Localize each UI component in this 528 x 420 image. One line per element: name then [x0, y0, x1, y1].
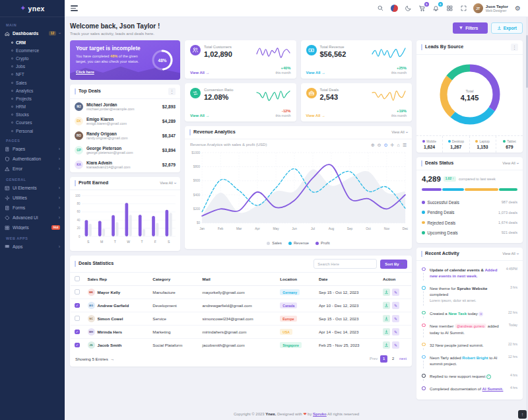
sidebar-item-utilities[interactable]: Utilities›: [0, 193, 65, 203]
sidebar-subitem-personal[interactable]: Personal: [0, 127, 65, 135]
target-card: Your target is incomplete You have compl…: [70, 40, 180, 80]
language-flag-icon[interactable]: [390, 4, 399, 13]
edit-action-icon[interactable]: ✎: [392, 289, 399, 296]
sidebar-item-pages[interactable]: Pages›: [0, 144, 65, 154]
cart-icon[interactable]: 5: [418, 4, 426, 13]
row-checkbox[interactable]: ✓: [75, 330, 80, 335]
revenue-analytics-view-all[interactable]: View All›: [391, 130, 407, 135]
page-footer: Copyright © 2023 Ynex. Designed with ❤ b…: [70, 406, 523, 420]
download-action-icon[interactable]: [383, 328, 390, 335]
svg-text:0: 0: [79, 234, 81, 238]
deals-status-view-all[interactable]: View All›: [502, 161, 518, 166]
gear-icon[interactable]: ⚙: [513, 4, 522, 13]
sidebar-subitem-projects[interactable]: Projects: [0, 94, 65, 102]
user-profile[interactable]: JTJson TaylorWeb Designer: [473, 3, 508, 13]
sidebar-subitem-jobs[interactable]: Jobs: [0, 63, 65, 71]
fullscreen-icon[interactable]: [459, 4, 468, 13]
menu-icon[interactable]: ☰: [403, 143, 407, 147]
row-checkbox[interactable]: [75, 316, 80, 321]
column-header-date[interactable]: Date: [315, 273, 379, 285]
sidebar-item-apps[interactable]: Apps›: [0, 242, 65, 252]
recent-activity-view-all[interactable]: View All›: [502, 252, 518, 256]
sidebar-subitem-nft[interactable]: NFT: [0, 71, 65, 79]
sidebar-item-widgets[interactable]: WidgetsHot: [0, 223, 65, 232]
edit-action-icon[interactable]: ✎: [392, 302, 399, 309]
stat-view-all-link[interactable]: View All →: [306, 71, 325, 75]
svg-text:40: 40: [77, 218, 81, 221]
sidebar-item-forms[interactable]: Forms›: [0, 203, 65, 213]
activity-time: 22 hrs: [508, 310, 517, 316]
search-input[interactable]: [314, 259, 377, 269]
sidebar-subitem-crypto[interactable]: Crypto: [0, 54, 65, 62]
edit-action-icon[interactable]: ✎: [392, 341, 399, 349]
chevron-down-icon: ›: [515, 253, 519, 254]
topbar-actions: 56JTJson TaylorWeb Designer⚙: [376, 3, 522, 13]
svg-text:Jul: Jul: [311, 227, 315, 230]
chevron-down-icon: ›: [399, 263, 404, 265]
sidebar-subitem-hrm[interactable]: HRM: [0, 103, 65, 111]
moon-icon[interactable]: [404, 4, 412, 13]
recent-activity-title: Recent Activity: [421, 251, 459, 257]
top-deals-options-icon[interactable]: ⋮: [168, 88, 176, 95]
edit-action-icon[interactable]: ✎: [392, 315, 399, 322]
pagination-page-2[interactable]: 2: [389, 355, 397, 363]
sidebar-subitem-stocks[interactable]: Stocks: [0, 111, 65, 119]
home-icon[interactable]: ⌂: [397, 143, 399, 147]
target-click-here-link[interactable]: Click here: [76, 70, 94, 74]
deal-name: Randy Origoan: [86, 131, 159, 136]
hamburger-menu-icon[interactable]: [71, 5, 78, 11]
zoom-out-icon[interactable]: ⊖: [378, 143, 381, 147]
stat-value: 1,02,890: [204, 50, 232, 58]
sidebar-item-ui-elements[interactable]: Ui Elements›: [0, 183, 65, 193]
download-action-icon[interactable]: [383, 289, 390, 296]
stat-view-all-link[interactable]: View All →: [306, 114, 325, 118]
stat-view-all-link[interactable]: View All →: [190, 114, 209, 118]
stat-period: this month: [275, 114, 290, 118]
sidebar-item-dashboards[interactable]: Dashboards12›: [0, 28, 65, 38]
sidebar-subitem-crm[interactable]: CRM: [0, 38, 65, 46]
column-header-sales rep[interactable]: Sales Rep: [84, 273, 149, 285]
hot-badge: Hot: [51, 225, 60, 230]
row-checkbox[interactable]: ✓: [75, 303, 80, 308]
export-button[interactable]: Export: [491, 22, 523, 34]
column-header-location[interactable]: Location: [276, 273, 315, 285]
sidebar-subitem-ecommerce[interactable]: Ecommerce: [0, 46, 65, 54]
column-header-mail[interactable]: Mail: [199, 273, 277, 285]
pagination-page-1[interactable]: 1: [380, 355, 387, 363]
leads-options-icon[interactable]: ⋮: [511, 44, 518, 51]
sidebar-subitem-courses[interactable]: Courses: [0, 119, 65, 127]
download-action-icon[interactable]: [383, 302, 390, 309]
sidebar-logo[interactable]: ✦ ynex: [0, 0, 65, 17]
sidebar-item-advanced-ui[interactable]: Advanced Ui›: [0, 213, 65, 223]
select-all-checkbox[interactable]: [75, 276, 80, 281]
download-action-icon[interactable]: [383, 341, 390, 349]
column-header-category[interactable]: Category: [148, 273, 198, 285]
selection-zoom-icon[interactable]: ⊙: [384, 143, 388, 147]
sidebar-item-error[interactable]: Error›: [0, 164, 65, 174]
row-checkbox[interactable]: ✓: [75, 343, 80, 348]
scroll-top-button[interactable]: ↑: [518, 410, 527, 419]
search-icon[interactable]: [376, 4, 385, 13]
sort-by-button[interactable]: Sort By›: [380, 260, 407, 269]
row-checkbox[interactable]: [75, 289, 80, 295]
apps-grid-icon[interactable]: [446, 4, 454, 13]
pagination-prev[interactable]: Prev: [370, 357, 378, 361]
sidebar-subitem-sales[interactable]: Sales: [0, 79, 65, 87]
avatar: GP: [75, 146, 83, 155]
top-deals-title: Top Deals: [75, 88, 101, 94]
sidebar-subitem-analytics[interactable]: Analytics: [0, 87, 65, 94]
zoom-in-icon[interactable]: ⊕: [371, 143, 375, 147]
pan-icon[interactable]: ✛: [391, 143, 395, 147]
column-header-action[interactable]: Action: [379, 273, 411, 285]
spruko-link[interactable]: Spruko: [313, 412, 327, 416]
edit-action-icon[interactable]: ✎: [392, 328, 399, 335]
pagination-next[interactable]: next: [399, 357, 407, 361]
bell-icon[interactable]: 6: [432, 4, 440, 13]
filters-button[interactable]: Filters ›: [453, 22, 488, 34]
chevron-right-icon: ›: [59, 147, 60, 151]
stat-view-all-link[interactable]: View All →: [190, 71, 209, 75]
sidebar-item-authentication[interactable]: Authentication›: [0, 154, 65, 164]
profit-earned-view-all[interactable]: View All›: [160, 181, 176, 186]
download-action-icon[interactable]: [383, 315, 390, 322]
activity-time: 22 hrs: [508, 342, 517, 348]
